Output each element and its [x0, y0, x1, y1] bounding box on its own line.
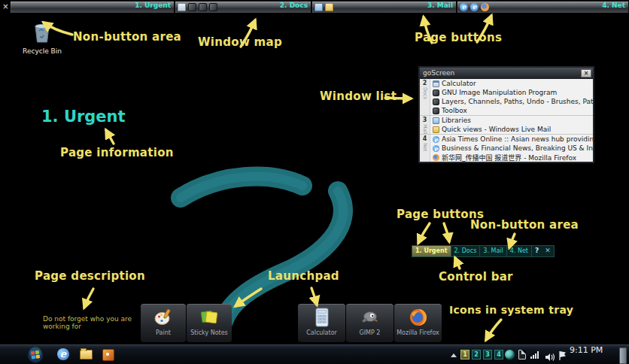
- launchpad-tile-calculator[interactable]: Calculator: [298, 304, 345, 342]
- group-page-name: Net: [422, 143, 428, 151]
- group-number: 2: [423, 80, 427, 86]
- launchpad-tile-label: Calculator: [306, 329, 337, 336]
- page-button-net[interactable]: 4. Net: [507, 246, 532, 256]
- taskbar: 1 2 3 4 9:11 PM: [0, 344, 629, 364]
- control-bar: 1. Urgent 2. Docs 3. Mail 4. Net ? ✕: [412, 245, 555, 257]
- ie-icon: [433, 136, 439, 143]
- window-list-item[interactable]: Libraries: [430, 116, 593, 125]
- launchpad-tile-firefox[interactable]: Mozilla Firefox: [394, 304, 442, 342]
- window-map-page-urgent[interactable]: 1. Urgent: [11, 2, 175, 13]
- window-list-group-mail: 3 Mail Libraries Quick views - Windows L…: [420, 116, 593, 135]
- page-button-mail[interactable]: 3. Mail: [480, 246, 506, 256]
- firefox-icon[interactable]: [481, 3, 489, 11]
- window-list-item[interactable]: 新华网_传播中国 报道世界 - Mozilla Firefox: [430, 153, 593, 162]
- ie-icon[interactable]: [460, 3, 468, 11]
- window-list-item[interactable]: Business & Financial News, Breaking US &…: [430, 144, 593, 153]
- window-list-popup: goScreen × 2 Docs Calculator GNU Image M…: [418, 66, 594, 163]
- window-list-close-button[interactable]: ×: [581, 69, 591, 77]
- window-map-page-docs[interactable]: 2. Docs: [175, 2, 311, 13]
- group-number: 3: [423, 117, 427, 123]
- window-map-page-net[interactable]: 4. Net: [457, 2, 629, 13]
- control-bar-close-button[interactable]: ✕: [542, 246, 554, 256]
- document-icon[interactable]: [178, 3, 186, 11]
- tray-page-4[interactable]: 4: [494, 350, 503, 359]
- gimp-icon: [433, 99, 439, 105]
- tray-expand-icon[interactable]: [451, 353, 457, 357]
- launchpad-tile-sticky-notes[interactable]: Sticky Notes: [187, 304, 232, 342]
- window-list-group-docs: 2 Docs Calculator GNU Image Manipulation…: [420, 79, 593, 116]
- clock[interactable]: 9:11 PM: [570, 345, 603, 364]
- mail-folder-icon: [433, 126, 439, 133]
- group-page-name: Docs: [422, 87, 428, 99]
- ie-taskbar-icon[interactable]: [57, 348, 69, 360]
- network-icon[interactable]: [530, 351, 541, 359]
- group-header: 3 Mail: [420, 116, 430, 134]
- launchpad-tile-label: Sticky Notes: [190, 329, 228, 336]
- page-button-urgent[interactable]: 1. Urgent: [412, 246, 451, 256]
- window-list-item[interactable]: GNU Image Manipulation Program: [430, 88, 593, 97]
- gimp-icon: [433, 108, 439, 114]
- window-map-mail-icons: [314, 3, 333, 11]
- window-map-close-button[interactable]: ×: [2, 2, 10, 13]
- libraries-icon[interactable]: [314, 3, 323, 11]
- action-center-flag-icon[interactable]: [558, 350, 567, 364]
- window-map-page-mail[interactable]: 3. Mail: [312, 2, 457, 13]
- desktop: × 1. Urgent 2. Docs 3. Mail: [0, 0, 629, 364]
- show-desktop-button[interactable]: [619, 347, 627, 364]
- page-button-docs[interactable]: 2. Docs: [451, 246, 481, 256]
- calculator-icon: [314, 308, 330, 327]
- launchpad-tile-label: Paint: [156, 329, 171, 336]
- window-map-page-label: 1. Urgent: [135, 2, 171, 9]
- gimp-icon[interactable]: [209, 3, 217, 11]
- window-list-item[interactable]: Toolbox: [430, 106, 593, 115]
- tray-page-1[interactable]: 1: [460, 350, 469, 359]
- libraries-icon: [433, 117, 439, 124]
- explorer-taskbar-icon[interactable]: [80, 350, 93, 359]
- page-information-text: 1. Urgent: [41, 108, 126, 126]
- annotation-page-description: Page description: [35, 269, 145, 283]
- launchpad-group-2: Calculator GIMP 2: [298, 304, 442, 342]
- firefox-icon: [409, 308, 428, 327]
- clipboard-tray-icon[interactable]: [518, 350, 526, 359]
- window-map-docs-icons: [178, 3, 217, 11]
- help-button[interactable]: ?: [532, 246, 542, 256]
- window-map-page-label: 4. Net: [602, 2, 625, 9]
- annotation-icons-in-system-tray: Icons in system tray: [449, 304, 573, 316]
- sticky-notes-icon: [199, 308, 219, 327]
- window-list-title: goScreen: [423, 69, 454, 77]
- tray-page-2[interactable]: 2: [472, 350, 481, 359]
- windows-logo-icon: [27, 347, 44, 363]
- firefox-icon: [433, 154, 439, 161]
- window-list-item[interactable]: Asia Times Online :: Asian news hub prov…: [430, 135, 593, 144]
- group-page-name: Mail: [422, 124, 428, 134]
- app-taskbar-icon[interactable]: [102, 349, 114, 361]
- start-button[interactable]: [27, 347, 44, 364]
- launchpad-tile-label: GIMP 2: [360, 329, 381, 336]
- folder-icon[interactable]: [325, 3, 333, 11]
- recycle-bin[interactable]: Recycle Bin: [21, 21, 63, 55]
- gimp-icon[interactable]: [188, 3, 196, 11]
- ie-icon[interactable]: [470, 3, 479, 11]
- annotation-control-bar: Control bar: [439, 270, 513, 284]
- gimp-icon[interactable]: [199, 3, 207, 11]
- annotation-window-map: Window map: [198, 35, 282, 49]
- annotation-non-button-area-top: Non-button area: [73, 30, 181, 44]
- window-list-item[interactable]: Calculator: [430, 79, 593, 88]
- gimp-icon: [433, 89, 439, 96]
- window-list-item[interactable]: Quick views - Windows Live Mail: [430, 125, 593, 134]
- launchpad-tile-gimp[interactable]: GIMP 2: [346, 304, 394, 342]
- window-list-item[interactable]: Layers, Channels, Paths, Undo - Brushes,…: [430, 97, 593, 106]
- window-list-titlebar: goScreen ×: [420, 68, 593, 79]
- group-header: 2 Docs: [420, 79, 430, 115]
- launchpad-tile-paint[interactable]: Paint: [141, 304, 186, 342]
- recycle-bin-label: Recycle Bin: [21, 47, 63, 55]
- annotation-window-list: Window list: [320, 89, 397, 103]
- calculator-icon: [433, 80, 439, 87]
- volume-icon[interactable]: [545, 350, 555, 364]
- window-map: × 1. Urgent 2. Docs 3. Mail: [0, 2, 629, 13]
- goscreen-tray-icon[interactable]: [505, 350, 515, 359]
- window-map-page-label: 3. Mail: [427, 2, 453, 9]
- annotation-page-information: Page information: [60, 146, 174, 159]
- tray-page-3[interactable]: 3: [483, 350, 492, 359]
- window-map-page-label: 2. Docs: [280, 2, 308, 9]
